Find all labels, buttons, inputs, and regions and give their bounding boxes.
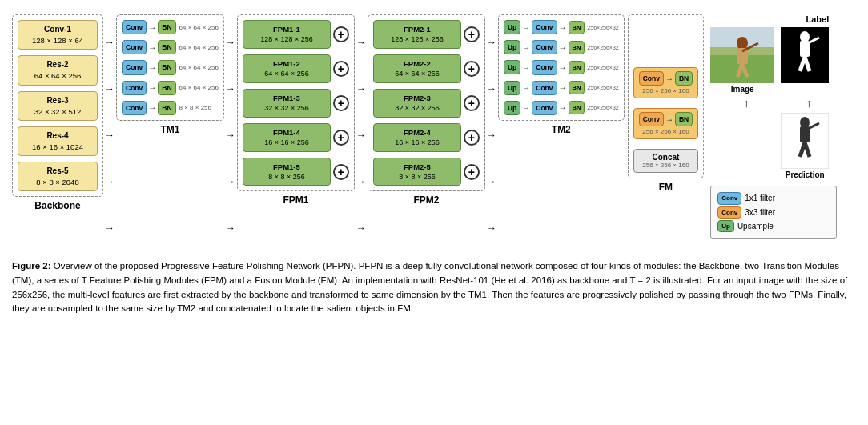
label-title: Label	[710, 14, 837, 24]
tm2-up4: Up	[504, 81, 520, 95]
tm2-row5: Up → Conv → BN 256×256×32	[504, 101, 619, 115]
fm-bn1: BN	[675, 71, 693, 86]
fpm2-box4: FPM2-4 16 × 16 × 256	[373, 123, 461, 152]
bb-res5: Res-5 8 × 8 × 2048	[18, 162, 98, 191]
tm2-conv5: Conv	[532, 101, 557, 115]
tm2-row3: Up → Conv → BN 256×256×32	[504, 60, 619, 74]
tm1-conv3: Conv	[122, 60, 147, 74]
fpm1-row1: FPM1-1 128 × 128 × 256 +	[243, 20, 349, 49]
svg-point-16	[800, 117, 810, 128]
fpm2-box3: FPM2-3 32 × 32 × 256	[373, 89, 461, 118]
fm-bn2: BN	[675, 112, 693, 126]
figure-caption: Figure 2: Overview of the proposed Progr…	[8, 259, 860, 316]
fpm2-boxes: FPM2-1 128 × 128 × 256 + FPM2-2 64 × 64 …	[368, 14, 485, 191]
fpm1-plus2: +	[333, 61, 349, 77]
tm1-row3: Conv → BN 64 × 64 × 256	[122, 60, 219, 74]
bb-res4: Res-4 16 × 16 × 1024	[18, 126, 98, 156]
backbone-label: Backbone	[34, 200, 80, 211]
fpm1-plus5: +	[333, 164, 349, 180]
tm2-label: TM2	[552, 124, 571, 135]
fpm1-row2: FPM1-2 64 × 64 × 256 +	[243, 54, 349, 83]
fpm2-box1: FPM2-1 128 × 128 × 256	[373, 20, 461, 49]
backbone-section: Conv-1 128 × 128 × 64 Res-2 64 × 64 × 25…	[12, 14, 103, 211]
network-diagram: Conv-1 128 × 128 × 64 Res-2 64 × 64 × 25…	[8, 8, 860, 251]
tm2-up2: Up	[504, 40, 520, 54]
prediction-label: Prediction	[786, 170, 825, 179]
tm1-row4: Conv → BN 64 × 64 × 256	[122, 81, 219, 95]
fm-right-section: Conv → BN 256 × 256 × 160 Conv → BN	[628, 14, 838, 239]
tm1-conv2: Conv	[122, 40, 147, 54]
tm2-section: Up → Conv → BN 256×256×32 Up → Conv → BN…	[498, 14, 625, 135]
fm-convbn2: Conv → BN 256 × 256 × 160	[633, 108, 699, 139]
legend-item-1x1: Conv 1x1 filter	[717, 192, 830, 205]
fm-boxes: Conv → BN 256 × 256 × 160 Conv → BN	[628, 14, 705, 178]
tm2-conv4: Conv	[532, 81, 557, 95]
fpm1-box2: FPM1-2 64 × 64 × 256	[243, 54, 331, 83]
legend-up: Up	[717, 220, 734, 232]
tm1-section: Conv → BN 64 × 64 × 256 Conv → BN 64 × 6…	[116, 14, 224, 135]
tm2-row2: Up → Conv → BN 256×256×32	[504, 40, 619, 54]
fpm1-boxes: FPM1-1 128 × 128 × 256 + FPM1-2 64 × 64 …	[237, 14, 355, 191]
label-silhouette-section	[781, 27, 829, 83]
tm1-row2: Conv → BN 64 × 64 × 256	[122, 40, 219, 54]
prediction-row: Prediction	[710, 113, 837, 179]
legend-item-upsample: Up Upsample	[717, 220, 830, 232]
legend-3x3-text: 3x3 filter	[745, 208, 775, 217]
tm2-boxes: Up → Conv → BN 256×256×32 Up → Conv → BN…	[498, 14, 625, 121]
tm1-bn4: BN	[158, 81, 175, 95]
legend-conv-orange: Conv	[717, 206, 741, 219]
fpm2-row2: FPM2-2 64 × 64 × 256 +	[373, 54, 480, 83]
fpm2-row5: FPM2-5 8 × 8 × 256 +	[373, 158, 480, 186]
fpm1-row5: FPM1-5 8 × 8 × 256 +	[243, 158, 349, 186]
fpm2-box5: FPM2-5 8 × 8 × 256	[373, 158, 461, 186]
fpm2-plus4: +	[464, 130, 480, 146]
tm2-row4: Up → Conv → BN 256×256×32	[504, 81, 619, 95]
legend-item-3x3: Conv 3x3 filter	[717, 206, 830, 219]
fpm1-row3: FPM1-3 32 × 32 × 256 +	[243, 89, 349, 118]
tm2-bn3: BN	[569, 61, 585, 74]
fpm1-plus1: +	[333, 26, 349, 42]
bb-res3: Res-3 32 × 32 × 512	[18, 91, 98, 121]
arrows-row: ↑ ↑	[710, 97, 837, 110]
bb-tm1-arrows: → → → → →	[105, 19, 115, 251]
backbone-boxes: Conv-1 128 × 128 × 64 Res-2 64 × 64 × 25…	[12, 14, 103, 197]
fpm2-plus5: +	[464, 164, 480, 180]
tm2-bn4: BN	[569, 81, 585, 94]
fpm2-box2: FPM2-2 64 × 64 × 256	[373, 54, 461, 83]
fm-conv1: Conv	[639, 71, 664, 86]
legend-1x1-text: 1x1 filter	[745, 194, 775, 202]
fpm2-plus2: +	[464, 61, 480, 77]
tm2-bn5: BN	[569, 101, 585, 114]
legend: Conv 1x1 filter Conv 3x3 filter Up Upsam…	[710, 186, 837, 239]
fpm1-box4: FPM1-4 16 × 16 × 256	[243, 123, 331, 152]
tm2-up1: Up	[504, 20, 520, 34]
fpm2-section: FPM2-1 128 × 128 × 256 + FPM2-2 64 × 64 …	[368, 14, 485, 206]
tm2-conv3: Conv	[532, 60, 557, 74]
tm1-row1: Conv → BN 64 × 64 × 256	[122, 20, 219, 34]
bb-res2: Res-2 64 × 64 × 256	[18, 55, 98, 85]
tm1-bn1: BN	[158, 20, 175, 34]
tm2-row1: Up → Conv → BN 256×256×32	[504, 20, 619, 34]
tm1-boxes: Conv → BN 64 × 64 × 256 Conv → BN 64 × 6…	[116, 14, 224, 121]
fpm1-row4: FPM1-4 16 × 16 × 256 +	[243, 123, 349, 152]
prediction-silhouette-image	[781, 113, 829, 169]
legend-conv-blue: Conv	[717, 192, 741, 205]
tm2-up5: Up	[504, 101, 520, 115]
fpm2-row3: FPM2-3 32 × 32 × 256 +	[373, 89, 480, 118]
baseball-player-image	[710, 27, 774, 83]
fpm1-box3: FPM1-3 32 × 32 × 256	[243, 89, 331, 118]
tm1-bn3: BN	[158, 60, 175, 74]
legend-upsample-text: Upsample	[737, 222, 774, 231]
fm-conv2: Conv	[639, 112, 664, 126]
fpm1-label: FPM1	[283, 194, 308, 206]
tm1-fpm1-arrows: → → → → →	[226, 19, 235, 251]
fm-concat: Concat 256 × 256 × 160	[633, 149, 699, 173]
tm1-conv4: Conv	[122, 81, 147, 95]
svg-point-10	[800, 31, 810, 42]
tm1-conv1: Conv	[122, 20, 147, 34]
right-panel: Label	[710, 14, 837, 239]
caption-prefix: Figure 2:	[12, 261, 51, 271]
tm1-bn2: BN	[158, 40, 175, 54]
fpm2-row1: FPM2-1 128 × 128 × 256 +	[373, 20, 480, 49]
bb-conv1: Conv-1 128 × 128 × 64	[18, 20, 98, 50]
